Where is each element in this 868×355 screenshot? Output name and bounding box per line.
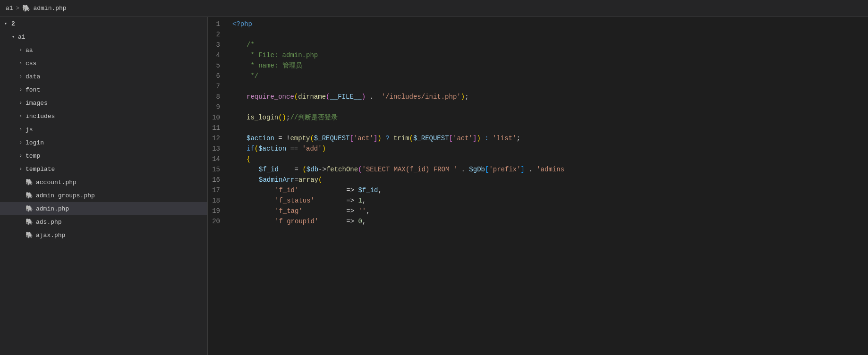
arrow-op: -> <box>318 164 326 175</box>
bracket2: [ <box>349 133 353 144</box>
main-layout: ▾ 2 ▾ a1 › aa › css › data › font › <box>0 17 868 355</box>
var-fid2: $f_id <box>358 185 378 195</box>
comment-close: */ <box>247 71 258 81</box>
sidebar-root[interactable]: ▾ 2 <box>0 17 207 30</box>
var-db: $db <box>306 164 318 175</box>
sidebar-item-font[interactable]: › font <box>0 83 207 96</box>
bracket: ( <box>310 133 314 144</box>
sidebar-item-includes[interactable]: › includes <box>0 110 207 123</box>
bracket4-close: ] <box>473 133 477 144</box>
ternary-colon: : <box>485 133 488 144</box>
fetch-one-method: fetchOne <box>326 164 358 175</box>
empty-str: '' <box>358 206 366 216</box>
comment-file: * File: admin.php <box>247 50 318 60</box>
php-file-icon: 🐘 <box>26 205 33 212</box>
php-icon: 🐘 <box>22 4 30 12</box>
sidebar-item-login[interactable]: › login <box>0 136 207 149</box>
chevron-right-icon: › <box>17 99 25 107</box>
code-line-12: $action = !empty($_REQUEST['act']) ? tri… <box>232 133 868 144</box>
var-gdb: $gDb <box>469 164 485 175</box>
line-numbers: 1 2 3 4 5 6 7 8 9 10 11 12 13 14 15 16 1… <box>208 19 232 227</box>
semicolon: ; <box>286 112 290 123</box>
chevron-right-icon: › <box>17 86 25 93</box>
code-line-19: 'f_tag' => '', <box>232 206 868 216</box>
chevron-right-icon: › <box>17 46 25 54</box>
spaces5: => <box>318 216 358 227</box>
breadcrumb: a1 > 🐘 admin.php <box>6 4 67 12</box>
code-line-11 <box>232 123 868 133</box>
sidebar-item-label: js <box>26 126 207 133</box>
sidebar-item-images[interactable]: › images <box>0 96 207 110</box>
sidebar-item-ajax-php[interactable]: › 🐘 ajax.php <box>0 228 207 242</box>
chevron-right-icon: › <box>17 126 25 133</box>
sidebar-item-aa[interactable]: › aa <box>0 43 207 57</box>
eq-op: == <box>286 144 302 154</box>
file-const: __FILE__ <box>330 92 361 102</box>
line-num-14: 14 <box>208 154 225 164</box>
code-line-2 <box>232 29 868 40</box>
bracket-close: ) <box>377 133 381 144</box>
code-line-3: /* <box>232 40 868 50</box>
chevron-right-icon: › <box>17 73 25 80</box>
sidebar-item-label: admin_groups.php <box>36 192 207 199</box>
line-num-10: 10 <box>208 112 225 123</box>
sidebar-item-ads-php[interactable]: › 🐘 ads.php <box>0 215 207 228</box>
chevron-down-icon: ▾ <box>2 20 9 27</box>
sidebar-item-admin-php[interactable]: › 🐘 admin.php <box>0 202 207 215</box>
var-action: $action <box>247 133 274 144</box>
line-num-9: 9 <box>208 102 225 112</box>
bracket-close: ) <box>322 144 326 154</box>
sidebar-item-a1[interactable]: ▾ a1 <box>0 30 207 43</box>
comma: , <box>378 185 382 195</box>
code-area: 1 2 3 4 5 6 7 8 9 10 11 12 13 14 15 16 1… <box>208 17 868 228</box>
if-kw: if <box>247 144 255 154</box>
sidebar-item-temp[interactable]: › temp <box>0 149 207 162</box>
add-string: 'add' <box>302 144 322 154</box>
breadcrumb-separator: > <box>16 5 20 12</box>
code-line-13: if($action == 'add') <box>232 144 868 154</box>
line-num-18: 18 <box>208 195 225 206</box>
line-num-3: 3 <box>208 40 225 50</box>
ternary-q: ? <box>385 133 389 144</box>
line-num-15: 15 <box>208 164 225 175</box>
bracket: ( <box>255 144 258 154</box>
fid-key: 'f_id' <box>275 185 298 195</box>
code-line-20: 'f_groupid' => 0, <box>232 216 868 227</box>
sidebar-item-js[interactable]: › js <box>0 123 207 136</box>
chevron-right-icon: › <box>17 152 25 160</box>
sidebar-item-label: font <box>26 86 207 93</box>
php-file-icon: 🐘 <box>26 231 33 239</box>
code-line-10: is_login();//判断是否登录 <box>232 112 868 123</box>
is-login-func: is_login <box>247 112 278 123</box>
act-key: 'act' <box>354 133 374 144</box>
sidebar-item-label: admin.php <box>36 205 207 212</box>
bracket4: [ <box>449 133 453 144</box>
sidebar-item-css[interactable]: › css <box>0 57 207 70</box>
root-label: 2 <box>11 20 15 27</box>
code-editor[interactable]: 1 2 3 4 5 6 7 8 9 10 11 12 13 14 15 16 1… <box>208 17 868 355</box>
sidebar-item-data[interactable]: › data <box>0 70 207 83</box>
code-line-8: require_once(dirname(__FILE__) . '/inclu… <box>232 92 868 102</box>
line-num-1: 1 <box>208 19 225 29</box>
code-line-16: $adminArr=array( <box>232 175 868 185</box>
semicolon2: ; <box>516 133 520 144</box>
semicolon: ; <box>465 92 468 102</box>
line-num-11: 11 <box>208 123 225 133</box>
comment-name: * name: 管理员 <box>247 60 302 71</box>
var-request: $_REQUEST <box>314 133 350 144</box>
sidebar[interactable]: ▾ 2 ▾ a1 › aa › css › data › font › <box>0 17 208 355</box>
breadcrumb-filename: admin.php <box>33 5 66 12</box>
code-line-7 <box>232 81 868 92</box>
var-adminArr: $adminArr <box>259 175 295 185</box>
num-0: 0 <box>358 216 362 227</box>
spaces2: => <box>298 185 358 195</box>
sidebar-item-template[interactable]: › template <box>0 162 207 176</box>
chevron-down-icon: ▾ <box>9 33 17 41</box>
code-line-15: $f_id = ($db->fetchOne('SELECT MAX(f_id)… <box>232 164 868 175</box>
sidebar-item-label: template <box>26 166 207 173</box>
sidebar-item-admin-groups-php[interactable]: › 🐘 admin_groups.php <box>0 189 207 202</box>
php-file-icon: 🐘 <box>26 178 33 186</box>
fstatus-key: 'f_status' <box>275 195 315 206</box>
sidebar-item-account-php[interactable]: › 🐘 account.php <box>0 176 207 189</box>
line-num-8: 8 <box>208 92 225 102</box>
